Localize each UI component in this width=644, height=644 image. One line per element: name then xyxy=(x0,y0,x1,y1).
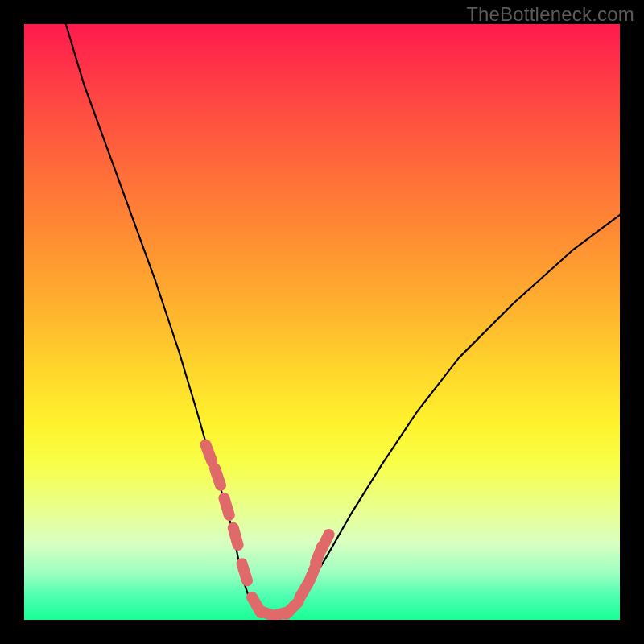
watermark-text: TheBottleneck.com xyxy=(466,3,634,26)
chart-plot-area xyxy=(24,24,620,620)
chart-svg xyxy=(24,24,620,620)
main-curve xyxy=(66,24,620,614)
highlight-segments xyxy=(206,445,329,617)
chart-frame: TheBottleneck.com xyxy=(0,0,644,644)
